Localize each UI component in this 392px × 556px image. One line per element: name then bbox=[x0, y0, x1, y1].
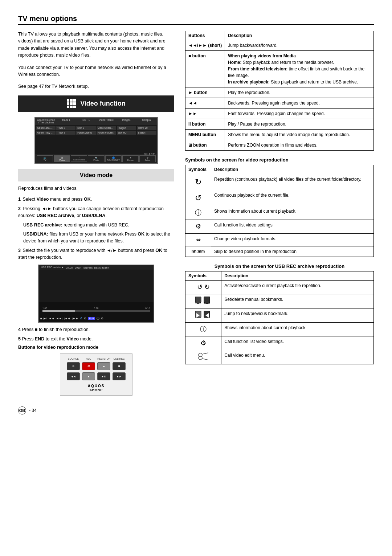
table-row: ◄◄ Backwards. Pressing again changes the… bbox=[185, 98, 374, 109]
bookmark-icons bbox=[195, 296, 212, 304]
gb-circle: GB bbox=[18, 406, 26, 414]
desc-cell: When playing videos from Media Home: Sto… bbox=[225, 51, 374, 87]
table-row: Call video edit menu. bbox=[185, 350, 374, 364]
symbols-section-1-title: Symbols on the screen for video reproduc… bbox=[185, 157, 374, 163]
table-row: ⓘ Shows information about current playba… bbox=[185, 323, 374, 336]
button-cell: ◄◄/►► (short) bbox=[185, 40, 225, 51]
source-btn[interactable]: ⊙ bbox=[67, 362, 80, 370]
tv-bottom-icons: 📺TV ⊞Video ♪Audio/Radio 📷Photo 🔵AQUOS NE… bbox=[35, 154, 157, 163]
button-cell: ◄◄ bbox=[185, 98, 225, 109]
desc-cell: Jump to next/previous bookmark. bbox=[221, 308, 374, 323]
right-column: Buttons Description ◄◄/►► (short) Jump b… bbox=[185, 31, 374, 399]
desc-cell: Set/delete manual bookmarks. bbox=[221, 294, 374, 308]
step-3: 3 Select the file you want to reproduce … bbox=[18, 247, 174, 261]
rewind-btn[interactable]: ◄◄ bbox=[67, 372, 80, 380]
table-row: ◄◄/►► (short) Jump backwards/forward. bbox=[185, 40, 374, 51]
progress-fill bbox=[42, 310, 75, 312]
remote-row-2: ◄◄ ■ ►/II ►► bbox=[67, 372, 126, 380]
usb-rec-btn[interactable]: ◉ bbox=[113, 362, 126, 370]
page-container: TV menu options This TV allows you to pl… bbox=[18, 15, 374, 414]
desc-cell: Shows the menu to adjust the video image… bbox=[225, 130, 374, 140]
svg-rect-6 bbox=[204, 311, 210, 318]
step-2: 2 Pressing ◄/► buttons you can change be… bbox=[18, 205, 174, 220]
intro-paragraph-1: This TV allows you to playback multimedi… bbox=[18, 31, 174, 59]
desc-cell: Jump backwards/forward. bbox=[225, 40, 374, 51]
progress-area: 1:00 0:10 0:10 bbox=[42, 307, 150, 312]
table-row: ► button Play the reproduction. bbox=[185, 87, 374, 98]
desc-cell: Play the reproduction. bbox=[225, 87, 374, 98]
tv-content-rows: Album:Lana Del Rey Track 2 DR+ 2 Video:S… bbox=[35, 125, 157, 135]
step-5: 5 Press END to exit the Video mode. bbox=[18, 336, 174, 343]
step-2b: USB/DLNA: files from USB or your home ne… bbox=[23, 231, 174, 245]
remote-label-row-1: SOURCE REC REC STOP USB REC bbox=[67, 357, 126, 360]
desc-cell: Performs ZOOM operation in films and vid… bbox=[225, 140, 374, 151]
step-1: 1 Select Video menu and press OK. bbox=[18, 196, 174, 203]
table-row: ↺ ↻ Activate/deactivate current playback… bbox=[185, 281, 374, 294]
step-2a: USB REC archive: recordings made with US… bbox=[23, 222, 174, 229]
time-row: 1:00 0:10 0:10 bbox=[42, 307, 150, 310]
rec-stop-btn[interactable]: ■ bbox=[97, 362, 110, 370]
ff-btn[interactable]: ►► bbox=[113, 372, 126, 380]
page-number: - 34 bbox=[29, 408, 37, 413]
tv-row-3: Album:Tracy Chapman Track 3 Folder:Video… bbox=[36, 131, 156, 135]
symbols-table-1: Symbols Description ↻ Repetition (contin… bbox=[185, 165, 374, 257]
aquos-sharp-label: AQUOS SHARP bbox=[88, 384, 105, 392]
table-row: ⊞ button Performs ZOOM operation in film… bbox=[185, 140, 374, 151]
symbol-cell bbox=[185, 308, 221, 323]
remote-buttons-image: SOURCE REC REC STOP USB REC ⊙ ⦿ ■ ◉ ◄◄ ■… bbox=[60, 353, 132, 396]
stop-btn[interactable]: ■ bbox=[82, 372, 95, 380]
table-row: MENU button Shows the menu to adjust the… bbox=[185, 130, 374, 140]
video-function-label: Video function bbox=[80, 100, 126, 107]
button-cell: ► button bbox=[185, 87, 225, 98]
jump-bookmark-icons bbox=[195, 310, 212, 318]
video-mode-header: Video mode bbox=[18, 169, 174, 181]
col2-header: Description bbox=[225, 31, 374, 40]
tv-menu-row: Album:Florencei-The Machine Track 1 DR+ … bbox=[35, 118, 157, 125]
desc-cell: Call function list video settings. bbox=[221, 336, 374, 350]
reproduces-text: Reproduces films and videos. bbox=[18, 185, 174, 192]
symbol-cell bbox=[185, 350, 221, 364]
svg-line-11 bbox=[202, 359, 208, 360]
desc-cell: Shows information about current playback… bbox=[211, 206, 374, 220]
numbered-steps: 1 Select Video menu and press OK. 2 Pres… bbox=[18, 196, 174, 261]
table-row: Set/delete manual bookmarks. bbox=[185, 294, 374, 308]
symbols-table-2: Symbols Description ↺ ↻ Activate/deactiv… bbox=[185, 271, 374, 364]
video-function-header: Video function bbox=[18, 95, 174, 112]
intro-paragraph-2: You can connect your TV to your home net… bbox=[18, 64, 174, 78]
table-row: ⓘ Shows information about current playba… bbox=[185, 206, 374, 220]
symbol-cell: ⓘ bbox=[185, 206, 211, 220]
desc-cell: Skip to desired position in the reproduc… bbox=[211, 246, 374, 257]
progress-bar bbox=[42, 310, 150, 312]
table-row: Jump to next/previous bookmark. bbox=[185, 308, 374, 323]
table-row: ↻ Repetition (continuous playback) all v… bbox=[185, 174, 374, 190]
playback-controls: ■ ▶II ◄◄ ◄◄| |◄◄ |►► ↺ ⚙ Edit ⓘ ⚙ bbox=[40, 316, 152, 320]
symbol-cell: ⚙ bbox=[185, 336, 221, 350]
sym2-col1-header: Symbols bbox=[185, 271, 221, 281]
grid-icon bbox=[67, 99, 76, 108]
table-row: II button Play / Pause the reproduction. bbox=[185, 119, 374, 130]
rec-btn[interactable]: ⦿ bbox=[82, 362, 95, 370]
desc-cell: Call video edit menu. bbox=[221, 350, 374, 364]
symbol-cell: ⇔ bbox=[185, 234, 211, 246]
table-row: ■ button When playing videos from Media … bbox=[185, 51, 374, 87]
tv-row-2: Album:Lana Del Rey Track 2 DR+ 2 Video:S… bbox=[36, 126, 156, 130]
playback-screenshot: USB REC archive ▸ 27.08 - 2015 Express- … bbox=[38, 265, 154, 323]
button-cell: ■ button bbox=[185, 51, 225, 87]
symbol-cell: ↺ ↻ bbox=[185, 281, 221, 294]
desc-cell: Repetition (continuous playback) all vid… bbox=[211, 174, 374, 190]
tv-screenshot: Album:Florencei-The Machine Track 1 DR+ … bbox=[34, 117, 158, 164]
desc-cell: Continuous playback of the current file. bbox=[211, 190, 374, 206]
play-pause-btn[interactable]: ►/II bbox=[97, 372, 110, 380]
desc-cell: Backwards. Pressing again changes the sp… bbox=[225, 98, 374, 109]
tv-sharp-label: SHARP bbox=[144, 153, 155, 155]
button-cell: MENU button bbox=[185, 130, 225, 140]
symbol-cell: hh:mm bbox=[185, 246, 211, 257]
table-row: ►► Fast forwards. Pressing again changes… bbox=[185, 109, 374, 119]
page-title: TV menu options bbox=[18, 15, 374, 25]
desc-cell: Fast forwards. Pressing again changes th… bbox=[225, 109, 374, 119]
svg-rect-4 bbox=[195, 311, 201, 318]
symbol-cell bbox=[185, 294, 221, 308]
table-row: ⚙ Call function list video settings. bbox=[185, 220, 374, 234]
col1-header: Buttons bbox=[185, 31, 225, 40]
main-buttons-table: Buttons Description ◄◄/►► (short) Jump b… bbox=[185, 31, 374, 151]
